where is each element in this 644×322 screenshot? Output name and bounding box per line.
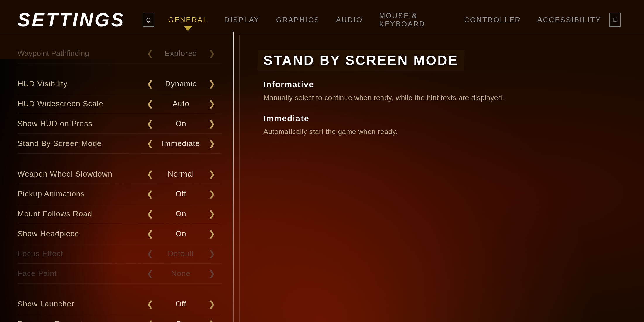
main-content: SETTINGS Q GENERAL DISPLAY GRAPHICS AUDI…: [0, 0, 644, 322]
setting-row-show-headpiece: Show Headpiece ❮ On ❯: [18, 224, 222, 244]
tab-general[interactable]: GENERAL: [160, 12, 216, 28]
setting-row-show-hud-on-press: Show HUD on Press ❮ On ❯: [18, 114, 222, 134]
mount-follows-left-arrow[interactable]: ❮: [147, 210, 153, 218]
setting-control-mount-follows-road: ❮ On ❯: [140, 209, 222, 218]
setting-control-face-paint: ❮ None ❯: [140, 269, 222, 278]
setting-control-pause-on-focus-loss: ❮ On ❯: [140, 319, 222, 322]
setting-row-pickup-animations: Pickup Animations ❮ Off ❯: [18, 184, 222, 204]
page-title: SETTINGS: [18, 9, 125, 31]
pause-focus-left-arrow[interactable]: ❮: [147, 320, 153, 322]
info-section-text-immediate: Automatically start the game when ready.: [263, 126, 621, 137]
gap-2: [18, 154, 222, 164]
setting-row-focus-effect: Focus Effect ❮ Default ❯: [18, 244, 222, 264]
stand-by-left-arrow[interactable]: ❮: [147, 140, 153, 148]
pickup-anim-value: Off: [160, 189, 201, 198]
settings-panel: Waypoint Pathfinding ❮ Explored ❯ HUD Vi…: [0, 35, 240, 322]
face-paint-value: None: [160, 269, 201, 278]
focus-effect-value: Default: [160, 249, 201, 258]
show-launcher-left-arrow[interactable]: ❮: [147, 300, 153, 308]
info-section-immediate: Immediate Automatically start the game w…: [263, 114, 621, 137]
info-section-informative: Informative Manually select to continue …: [263, 80, 621, 103]
truncated-right-arrow[interactable]: ❯: [208, 49, 215, 58]
truncated-value: Explored: [160, 49, 201, 58]
pickup-anim-right-arrow[interactable]: ❯: [208, 190, 215, 198]
setting-label-stand-by-screen-mode: Stand By Screen Mode: [18, 139, 140, 148]
show-hud-right-arrow[interactable]: ❯: [208, 120, 215, 128]
setting-row-mount-follows-road: Mount Follows Road ❮ On ❯: [18, 204, 222, 224]
setting-label-hud-widescreen-scale: HUD Widescreen Scale: [18, 99, 140, 108]
setting-control-pickup-animations: ❮ Off ❯: [140, 189, 222, 198]
info-section-title-informative: Informative: [263, 80, 621, 89]
show-launcher-value: Off: [160, 299, 201, 309]
hud-widescreen-right-arrow[interactable]: ❯: [208, 100, 215, 108]
show-hud-left-arrow[interactable]: ❮: [147, 120, 153, 128]
mount-follows-right-arrow[interactable]: ❯: [208, 210, 215, 218]
stand-by-value: Immediate: [160, 139, 201, 148]
nav-key-left[interactable]: Q: [143, 13, 154, 27]
truncated-label: Waypoint Pathfinding: [18, 49, 140, 58]
setting-label-show-headpiece: Show Headpiece: [18, 229, 140, 238]
show-headpiece-value: On: [160, 229, 201, 238]
tab-mouse-keyboard[interactable]: MOUSE & KEYBOARD: [371, 8, 456, 32]
setting-control-hud-widescreen-scale: ❮ Auto ❯: [140, 99, 222, 108]
setting-label-show-launcher: Show Launcher: [18, 299, 140, 309]
header: SETTINGS Q GENERAL DISPLAY GRAPHICS AUDI…: [0, 0, 644, 35]
mount-follows-value: On: [160, 209, 201, 218]
setting-control-weapon-wheel-slowdown: ❮ Normal ❯: [140, 169, 222, 179]
panel-divider: [233, 32, 234, 322]
info-section-title-immediate: Immediate: [263, 114, 621, 123]
setting-label-mount-follows-road: Mount Follows Road: [18, 209, 140, 218]
face-paint-right-arrow[interactable]: ❯: [208, 270, 215, 278]
setting-label-pickup-animations: Pickup Animations: [18, 189, 140, 198]
setting-label-weapon-wheel-slowdown: Weapon Wheel Slowdown: [18, 169, 140, 179]
main-body: Waypoint Pathfinding ❮ Explored ❯ HUD Vi…: [0, 35, 644, 322]
hud-widescreen-left-arrow[interactable]: ❮: [147, 100, 153, 108]
weapon-wheel-left-arrow[interactable]: ❮: [147, 170, 153, 178]
info-panel-title: STAND BY SCREEN MODE: [263, 52, 458, 68]
info-panel: STAND BY SCREEN MODE Informative Manuall…: [240, 35, 644, 322]
setting-label-pause-on-focus-loss: Pause on Focus Loss: [18, 319, 140, 322]
setting-label-focus-effect: Focus Effect: [18, 249, 140, 258]
show-launcher-right-arrow[interactable]: ❯: [208, 300, 215, 308]
setting-row-stand-by-screen-mode: Stand By Screen Mode ❮ Immediate ❯: [18, 134, 222, 154]
show-hud-value: On: [160, 119, 201, 128]
hud-visibility-right-arrow[interactable]: ❯: [208, 80, 215, 88]
tab-display[interactable]: DISPLAY: [216, 12, 268, 28]
face-paint-left-arrow[interactable]: ❮: [147, 270, 153, 278]
setting-control-show-hud-on-press: ❮ On ❯: [140, 119, 222, 128]
pause-focus-right-arrow[interactable]: ❯: [208, 320, 215, 322]
setting-control-stand-by-screen-mode: ❮ Immediate ❯: [140, 139, 222, 148]
hud-visibility-value: Dynamic: [160, 79, 201, 88]
focus-effect-left-arrow[interactable]: ❮: [147, 250, 153, 258]
tab-controller[interactable]: CONTROLLER: [456, 12, 529, 28]
tab-accessibility[interactable]: ACCESSIBILITY: [529, 12, 609, 28]
gap-3: [18, 284, 222, 294]
weapon-wheel-right-arrow[interactable]: ❯: [208, 170, 215, 178]
nav-tabs: Q GENERAL DISPLAY GRAPHICS AUDIO MOUSE &…: [143, 8, 626, 32]
focus-effect-right-arrow[interactable]: ❯: [208, 250, 215, 258]
pickup-anim-left-arrow[interactable]: ❮: [147, 190, 153, 198]
setting-row-weapon-wheel-slowdown: Weapon Wheel Slowdown ❮ Normal ❯: [18, 164, 222, 184]
show-headpiece-right-arrow[interactable]: ❯: [208, 230, 215, 238]
hud-visibility-left-arrow[interactable]: ❮: [147, 80, 153, 88]
info-section-text-informative: Manually select to continue when ready, …: [263, 92, 621, 103]
setting-row-show-launcher: Show Launcher ❮ Off ❯: [18, 294, 222, 314]
tab-graphics[interactable]: GRAPHICS: [268, 12, 328, 28]
setting-row-pause-on-focus-loss: Pause on Focus Loss ❮ On ❯: [18, 314, 222, 322]
truncated-row: Waypoint Pathfinding ❮ Explored ❯: [18, 44, 222, 64]
truncated-left-arrow[interactable]: ❮: [147, 49, 153, 58]
weapon-wheel-value: Normal: [160, 169, 201, 179]
nav-key-right[interactable]: E: [609, 13, 621, 27]
setting-control-show-launcher: ❮ Off ❯: [140, 299, 222, 309]
show-headpiece-left-arrow[interactable]: ❮: [147, 230, 153, 238]
setting-label-face-paint: Face Paint: [18, 269, 140, 278]
setting-control-hud-visibility: ❮ Dynamic ❯: [140, 79, 222, 88]
setting-row-hud-visibility: HUD Visibility ❮ Dynamic ❯: [18, 74, 222, 94]
setting-label-show-hud-on-press: Show HUD on Press: [18, 119, 140, 128]
setting-control-show-headpiece: ❮ On ❯: [140, 229, 222, 238]
hud-widescreen-value: Auto: [160, 99, 201, 108]
tab-audio[interactable]: AUDIO: [328, 12, 371, 28]
setting-row-face-paint: Face Paint ❮ None ❯: [18, 264, 222, 284]
stand-by-right-arrow[interactable]: ❯: [208, 140, 215, 148]
setting-row-hud-widescreen-scale: HUD Widescreen Scale ❮ Auto ❯: [18, 94, 222, 114]
